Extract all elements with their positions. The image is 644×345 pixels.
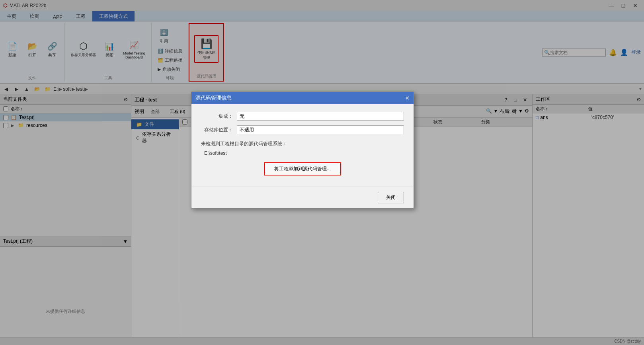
modal-input-integration[interactable] [237,112,404,121]
modal-info-text: 未检测到工程根目录的源代码管理系统： [201,140,404,147]
modal-path: E:\soft\test [201,150,404,156]
add-to-scm-button[interactable]: 将工程添加到源代码管理... [264,162,341,175]
modal-title: 源代码管理信息 [195,94,232,101]
modal-footer: 关闭 [191,187,414,208]
modal-input-repo[interactable] [237,125,404,134]
modal-field-repo: 存储库位置： [201,125,404,134]
modal-titlebar-close[interactable]: ✕ [405,95,410,101]
modal-overlay[interactable]: 源代码管理信息 ✕ 集成： 存储库位置： 未检测到工程根目录的源代码管理系统： … [0,0,644,345]
modal-close-button[interactable]: 关闭 [378,192,404,203]
modal-field-integration: 集成： [201,112,404,121]
modal-titlebar: 源代码管理信息 ✕ [191,92,414,104]
modal-label-integration: 集成： [201,113,233,120]
scm-info-dialog: 源代码管理信息 ✕ 集成： 存储库位置： 未检测到工程根目录的源代码管理系统： … [191,92,414,209]
modal-label-repo: 存储库位置： [201,127,233,133]
modal-body: 集成： 存储库位置： 未检测到工程根目录的源代码管理系统： E:\soft\te… [191,104,414,187]
